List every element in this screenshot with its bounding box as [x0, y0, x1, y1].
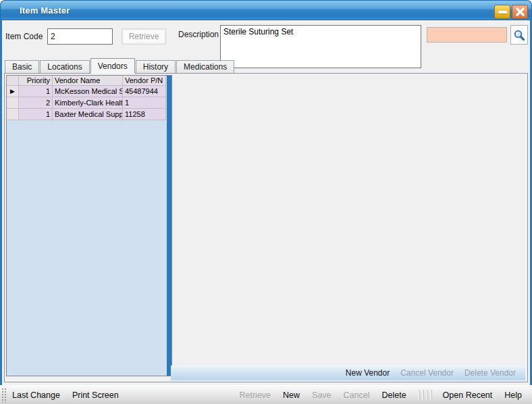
table-row[interactable]: 1 Baxter Medical Supp 11258 — [7, 109, 167, 120]
cell-priority: 1 — [19, 109, 53, 120]
open-recent-action[interactable]: Open Recent — [443, 390, 493, 400]
window-title: Item Master — [20, 5, 70, 16]
grid-header-vendor-pn[interactable]: Vendor P/N — [123, 76, 166, 86]
cell-priority: 2 — [19, 97, 53, 109]
title-bar: Item Master — [0, 0, 532, 20]
row-selector — [7, 97, 19, 109]
close-icon — [516, 7, 525, 16]
new-vendor-link[interactable]: New Vendor — [346, 368, 390, 378]
tab-locations-label: Locations — [47, 62, 82, 72]
tab-medications-label: Medications — [184, 62, 227, 72]
vendor-grid: Priority Vendor Name Vendor P/N ▶ 1 McKe… — [6, 75, 172, 376]
delete-vendor-link[interactable]: Delete Vendor — [464, 368, 516, 378]
new-action[interactable]: New — [283, 390, 300, 400]
retrieve-button[interactable]: Retrieve — [122, 28, 166, 45]
vendors-tab-page: Priority Vendor Name Vendor P/N ▶ 1 McKe… — [4, 73, 528, 382]
close-button[interactable] — [512, 5, 528, 19]
cell-vendor-pn: 1 — [123, 97, 166, 109]
item-code-input[interactable] — [47, 28, 113, 45]
help-action[interactable]: Help — [504, 390, 522, 400]
minimize-icon — [498, 11, 507, 14]
row-arrow-icon: ▶ — [10, 89, 15, 95]
save-action[interactable]: Save — [312, 390, 331, 400]
cell-vendor-pn: 11258 — [123, 109, 166, 120]
item-code-label: Item Code — [5, 32, 43, 41]
grid-scrollbar[interactable] — [167, 76, 171, 376]
tab-vendors-label: Vendors — [98, 61, 128, 71]
grid-header-row: Priority Vendor Name Vendor P/N — [7, 76, 167, 86]
status-bar: Last Change Print Screen Retrieve New Sa… — [0, 385, 532, 404]
cell-vendor-name: McKesson Medical S — [53, 86, 123, 97]
cell-vendor-name: Baxter Medical Supp — [53, 109, 123, 120]
statusbar-grip-icon — [1, 388, 6, 403]
tab-basic[interactable]: Basic — [5, 60, 39, 73]
tab-history[interactable]: History — [136, 60, 176, 73]
grid-header-priority[interactable]: Priority — [19, 76, 53, 86]
statusbar-actions: Retrieve New Save Cancel Delete Open Rec… — [233, 390, 532, 400]
cancel-vendor-link[interactable]: Cancel Vendor — [400, 368, 454, 378]
cancel-action[interactable]: Cancel — [344, 390, 370, 400]
vendor-grid-body: Priority Vendor Name Vendor P/N ▶ 1 McKe… — [7, 76, 167, 376]
search-icon — [513, 29, 525, 41]
grid-header-selector — [7, 76, 19, 86]
tab-basic-label: Basic — [12, 62, 32, 72]
tab-history-label: History — [143, 62, 168, 72]
retrieve-action[interactable]: Retrieve — [239, 390, 271, 400]
description-label: Description — [178, 30, 219, 39]
current-row-indicator: ▶ — [7, 86, 19, 97]
print-screen-button[interactable]: Print Screen — [72, 390, 119, 400]
item-master-window: Item Master Item Code Retrieve Descripti… — [0, 0, 532, 404]
description-input[interactable]: Sterile Suturing Set — [220, 25, 421, 68]
tab-medications[interactable]: Medications — [176, 60, 234, 73]
minimize-button[interactable] — [494, 5, 510, 19]
tab-locations[interactable]: Locations — [40, 60, 89, 73]
search-button[interactable] — [510, 25, 528, 45]
delete-action[interactable]: Delete — [381, 390, 406, 400]
tab-vendors[interactable]: Vendors — [90, 58, 135, 74]
cell-vendor-name: Kimberly-Clark Health — [53, 97, 123, 109]
table-row[interactable]: ▶ 1 McKesson Medical S 45487944 — [7, 86, 167, 97]
item-lookup-input[interactable] — [427, 27, 507, 43]
cell-priority: 1 — [19, 86, 53, 97]
vendor-actions-bar: New Vendor Cancel Vendor Delete Vendor — [171, 365, 525, 380]
table-row[interactable]: 2 Kimberly-Clark Health 1 — [7, 97, 167, 109]
cell-vendor-pn: 45487944 — [123, 86, 166, 97]
grid-header-vendor-name[interactable]: Vendor Name — [53, 76, 123, 86]
row-selector — [7, 109, 19, 120]
last-change-button[interactable]: Last Change — [12, 390, 60, 400]
tab-strip: Basic Locations Vendors History Medicati… — [5, 59, 235, 73]
statusbar-separator — [418, 390, 431, 400]
